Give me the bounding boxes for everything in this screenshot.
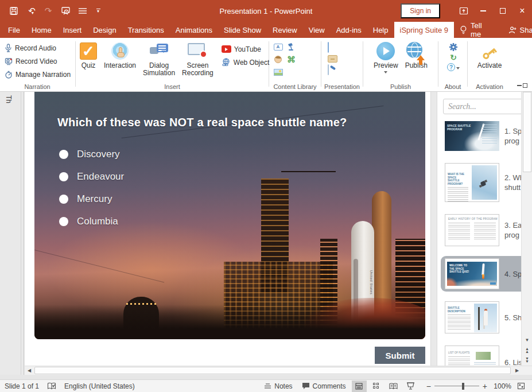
youtube-button[interactable]: YouTube (222, 43, 269, 55)
dialog-simulation-button[interactable]: Dialog Simulation (139, 40, 178, 77)
spellcheck-icon[interactable] (47, 382, 56, 390)
start-slideshow-icon[interactable] (60, 5, 71, 17)
zoom-out-button[interactable]: − (426, 382, 431, 391)
slide-list-item-4-selected[interactable]: WELCOME TO THE SPACE SHUTTLE QUIZ! 4. Sp (441, 256, 521, 292)
presentation-options-icon[interactable] (328, 65, 358, 75)
tab-review[interactable]: Review (267, 22, 303, 38)
tab-transitions[interactable]: Transitions (122, 22, 170, 38)
manage-narration-button[interactable]: Manage Narration (5, 68, 71, 80)
horizontal-scrollbar-thumb[interactable] (34, 367, 511, 374)
pane-splitter[interactable] (21, 92, 22, 379)
next-slide-icon[interactable]: ▼▼ (522, 355, 532, 364)
screen-recording-button[interactable]: Screen Recording (178, 40, 217, 77)
normal-view-button[interactable] (352, 381, 367, 392)
slide-thumbnail-1[interactable]: SPACE SHUTTLE PROGRAM (445, 121, 499, 151)
slide-list-item-2[interactable]: WHAT IS THE SPACE SHUTTLE PROGRAM? 2. Wh… (441, 161, 521, 204)
thumbnails-pane-collapsed[interactable]: Th (0, 92, 24, 379)
tell-me-box[interactable]: Tell me (454, 22, 488, 38)
publish-button[interactable]: Publish (402, 40, 431, 69)
slide-properties-icon[interactable] (328, 42, 358, 53)
sign-in-button[interactable]: Sign in (401, 3, 440, 18)
quiz-button[interactable]: ✓ Quiz (76, 40, 100, 69)
activate-button[interactable]: Activate (474, 40, 506, 69)
slide-list-item-1[interactable]: SPACE SHUTTLE PROGRAM 1. Sp prog (441, 119, 521, 153)
undo-dropdown-icon[interactable]: ▾ (32, 10, 34, 17)
share-button[interactable]: Share (503, 22, 532, 38)
character-face-icon[interactable] (273, 55, 283, 64)
previous-slide-icon[interactable]: ▲▲ (522, 346, 532, 355)
comments-button[interactable]: Comments (298, 380, 350, 392)
preview-button[interactable]: Preview (370, 40, 402, 73)
quiz-option-1[interactable]: Discovery (59, 149, 120, 160)
tab-home[interactable]: Home (26, 22, 57, 38)
radio-icon[interactable] (59, 195, 68, 204)
reading-view-button[interactable] (386, 381, 401, 392)
help-icon[interactable]: ? (447, 63, 455, 71)
save-icon[interactable] (8, 5, 20, 17)
interaction-button[interactable]: Interaction (100, 40, 139, 69)
submit-button[interactable]: Submit (375, 347, 425, 364)
collapse-ribbon-pin-icon[interactable] (517, 83, 527, 88)
close-button[interactable]: × (512, 3, 532, 18)
tab-insert[interactable]: Insert (57, 22, 88, 38)
radio-icon[interactable] (59, 217, 68, 226)
panel-splitter[interactable] (430, 92, 437, 366)
scroll-left-icon[interactable]: ◀ (25, 366, 34, 375)
vertical-scrollbar[interactable]: ▼ ▲▲ ▼▼ (521, 92, 532, 366)
slide-thumbnail-3[interactable]: EARLY HISTORY OF THE PROGRAM (445, 214, 499, 246)
web-object-button[interactable]: Web Object (222, 56, 269, 68)
preview-dropdown-icon[interactable] (384, 71, 387, 73)
ribbon-separator (75, 41, 76, 87)
tab-slide-show[interactable]: Slide Show (218, 22, 267, 38)
slide-thumbnail-4[interactable]: WELCOME TO THE SPACE SHUTTLE QUIZ! (445, 258, 499, 289)
zoom-level[interactable]: 100% (490, 382, 511, 390)
tab-design[interactable]: Design (87, 22, 122, 38)
updates-refresh-icon[interactable]: ↻ (450, 53, 457, 61)
tab-ispring-suite[interactable]: iSpring Suite 9 (394, 22, 455, 38)
language-indicator[interactable]: English (United States) (64, 382, 135, 390)
record-audio-button[interactable]: Record Audio (5, 42, 71, 54)
slide-sorter-view-button[interactable] (369, 381, 384, 392)
slideshow-view-button[interactable] (403, 381, 418, 392)
slide-thumbnail-2[interactable]: WHAT IS THE SPACE SHUTTLE PROGRAM? (445, 163, 499, 202)
undo-icon[interactable]: ↶▾ (25, 5, 37, 17)
settings-gear-icon[interactable] (449, 42, 458, 52)
customize-qat-icon[interactable]: ▾ (94, 9, 102, 14)
slide-list-item-3[interactable]: EARLY HISTORY OF THE PROGRAM 3. Ea prog (441, 212, 521, 249)
slide-thumbnail-5[interactable]: SHUTTLE DESCRIPTION (445, 301, 499, 333)
touch-mouse-mode-icon[interactable] (77, 5, 88, 17)
tab-view[interactable]: View (303, 22, 331, 38)
slide-list-item-6[interactable]: LIST OF FLIGHTS 6. Lis (441, 343, 521, 366)
search-input[interactable] (443, 99, 521, 114)
quiz-option-2[interactable]: Endeavour (59, 171, 124, 183)
quiz-option-4[interactable]: Columbia (59, 216, 118, 227)
radio-icon[interactable] (59, 150, 68, 159)
photos-icon[interactable] (273, 67, 283, 77)
zoom-in-button[interactable]: + (483, 382, 487, 391)
fit-slide-to-window-button[interactable] (514, 381, 529, 392)
zoom-slider-thumb[interactable] (462, 383, 464, 390)
scroll-right-icon[interactable]: ▶ (512, 366, 522, 375)
tab-file[interactable]: File (0, 22, 26, 38)
radio-icon[interactable] (59, 172, 68, 181)
tab-add-ins[interactable]: Add-ins (331, 22, 367, 38)
tab-animations[interactable]: Animations (170, 22, 218, 38)
help-dropdown-icon[interactable] (456, 67, 460, 69)
minimize-button[interactable] (473, 3, 493, 18)
horizontal-scrollbar[interactable]: ◀ ▶ (25, 366, 532, 375)
presentation-resources-icon[interactable] (328, 55, 358, 63)
scroll-down-icon[interactable]: ▼ (522, 335, 532, 344)
vertical-scrollbar-thumb[interactable] (523, 92, 531, 172)
slide-thumbnail-6[interactable]: LIST OF FLIGHTS (445, 346, 499, 366)
record-video-button[interactable]: Record Video (5, 55, 71, 67)
maximize-button[interactable] (493, 3, 512, 18)
desk-lamp-icon[interactable] (286, 42, 296, 52)
quiz-option-3[interactable]: Mercury (59, 193, 112, 205)
objects-icon[interactable]: ⌘ (286, 55, 296, 64)
tab-help[interactable]: Help (367, 22, 394, 38)
slide-list-item-5[interactable]: SHUTTLE DESCRIPTION 5. Sh (441, 299, 521, 336)
zoom-slider[interactable] (434, 386, 479, 387)
ribbon-display-options-icon[interactable] (454, 3, 473, 18)
characters-slide-icon[interactable]: A (273, 42, 283, 52)
notes-button[interactable]: Notes (261, 380, 296, 392)
